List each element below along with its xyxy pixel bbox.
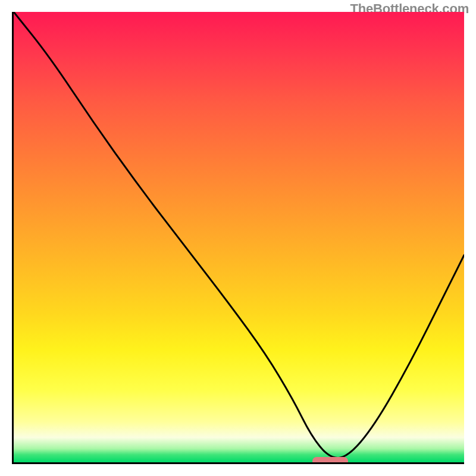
plot-area bbox=[12, 12, 464, 464]
chart-frame: TheBottleneck.com bbox=[0, 0, 476, 476]
bottleneck-curve bbox=[14, 12, 464, 462]
optimal-zone-marker bbox=[312, 457, 349, 464]
